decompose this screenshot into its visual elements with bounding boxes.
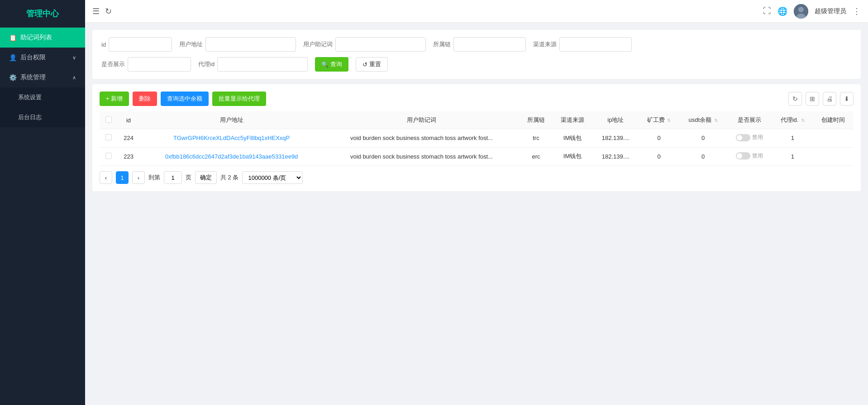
user-address-input[interactable] [205,37,296,52]
filter-row-1: id 用户地址 用户助记词 所属链 渠道来源 [101,37,852,52]
chain-label: 所属链 [433,40,451,48]
sidebar-logo: 管理中心 [0,0,85,28]
row-user-mnemonic: void burden sock business stomach toss a… [323,129,520,148]
add-button[interactable]: + 新增 [100,92,129,106]
col-created-time: 创建时间 [813,111,854,129]
channel-label: 渠道来源 [533,40,557,48]
show-toggle[interactable]: 禁用 [736,152,763,160]
grid-icon[interactable]: ⊞ [806,92,819,106]
show-status: 禁用 [752,134,763,141]
row-checkbox [100,147,117,166]
row-agent-id: 1 [772,129,813,148]
toggle-dot [736,152,750,159]
show-label: 是否展示 [101,60,125,68]
chevron-up-icon: ∧ [72,75,76,81]
refresh-header-icon[interactable]: ↻ [105,6,112,16]
row-ip: 182.139.... [593,147,639,166]
row-agent-id: 1 [772,147,813,166]
sort-icon[interactable]: ⇅ [714,118,718,123]
col-user-mnemonic: 用户助记词 [323,111,520,129]
sidebar-item-backend-permissions[interactable]: 👤 后台权限 ∨ [0,48,85,68]
sidebar-item-label: 助记词列表 [20,34,52,42]
row-user-mnemonic: void burden sock business stomach toss a… [323,147,520,166]
prev-page-button[interactable]: ‹ [100,171,112,184]
col-mining-fee: 矿工费 ⇅ [639,111,679,129]
row-mining-fee: 0 [639,147,679,166]
page-size-select[interactable]: 10 条/页 50 条/页 100 条/页 1000000 条/页 [242,171,303,184]
user-name: 超级管理员 [815,7,846,15]
row-user-address: 0xfbb186c6dcc2647d2af3de1ba9143aae5331ee… [140,147,324,166]
content: id 用户地址 用户助记词 所属链 渠道来源 [85,23,868,405]
permissions-icon: 👤 [9,54,17,61]
next-page-button[interactable]: › [132,171,145,184]
toggle-dot [736,134,750,141]
globe-icon[interactable]: 🌐 [777,6,787,16]
row-channel: IM钱包 [553,129,593,148]
agent-id-input[interactable] [217,57,308,72]
row-chain: trc [520,129,552,148]
chain-input[interactable] [453,37,526,52]
sidebar-item-backend-log[interactable]: 后台日志 [0,107,85,127]
row-show: 禁用 [727,129,772,148]
header-checkbox[interactable] [105,116,112,123]
goto-label: 到第 [148,174,160,182]
delete-button[interactable]: 删除 [133,92,157,106]
table-row: 224 TGwrGPH6KrceXLdDAcc5yF8lbq1xHEXxqP v… [100,129,854,148]
agent-id-label: 代理id [198,60,215,68]
header-left: ☰ ↻ [92,6,112,16]
filter-user-address: 用户地址 [179,37,296,52]
row-usdt: 0 [679,147,727,166]
row-usdt: 0 [679,129,727,148]
col-usdt: usdt余额 ⇅ [679,111,727,129]
col-checkbox [100,111,117,129]
user-address-link[interactable]: TGwrGPH6KrceXLdDAcc5yF8lbq1xHEXxqP [173,135,290,141]
sidebar-item-system-management[interactable]: ⚙️ 系统管理 ∧ [0,68,85,87]
page-label: 页 [186,174,191,182]
fullscreen-icon[interactable]: ⛶ [763,6,771,16]
sidebar-item-label: 后台日志 [18,113,42,121]
sidebar: 管理中心 📋 助记词列表 👤 后台权限 ∨ ⚙️ 系统管理 ∧ 系统设置 后台日… [0,0,85,405]
channel-input[interactable] [559,37,632,52]
query-balance-button[interactable]: 查询选中余额 [161,92,209,106]
show-toggle[interactable]: 禁用 [736,134,763,141]
row-checkbox-input[interactable] [105,134,112,140]
total-count: 共 2 条 [220,174,238,182]
data-table: id 用户地址 用户助记词 所属链 渠道来源 ip地址 矿工费 ⇅ usdt余额… [100,111,854,166]
header-right: ⛶ 🌐 超级管理员 ⋮ [763,4,861,19]
search-button[interactable]: 🔍 查询 [315,57,348,72]
row-show: 禁用 [727,147,772,166]
sidebar-menu: 📋 助记词列表 👤 后台权限 ∨ ⚙️ 系统管理 ∧ 系统设置 后台日志 [0,28,85,405]
filter-show: 是否展示 [101,57,191,72]
more-icon[interactable]: ⋮ [853,6,861,16]
sort-icon[interactable]: ⇅ [801,118,805,123]
sort-icon[interactable]: ⇅ [667,118,671,123]
user-mnemonic-input[interactable] [335,37,426,52]
table-header: id 用户地址 用户助记词 所属链 渠道来源 ip地址 矿工费 ⇅ usdt余额… [100,111,854,129]
batch-display-button[interactable]: 批量显示给代理 [212,92,266,106]
download-icon[interactable]: ⬇ [840,92,854,106]
user-address-link[interactable]: 0xfbb186c6dcc2647d2af3de1ba9143aae5331ee… [165,153,298,160]
current-page-button[interactable]: 1 [116,171,129,184]
avatar [794,4,808,19]
confirm-goto-button[interactable]: 确定 [195,171,217,184]
sidebar-item-label: 后台权限 [20,53,46,62]
row-checkbox-input[interactable] [105,153,112,159]
sidebar-submenu-system: 系统设置 后台日志 [0,87,85,127]
filter-row-2: 是否展示 代理id 🔍 查询 ↺ 重置 [101,57,852,72]
row-mining-fee: 0 [639,129,679,148]
goto-input[interactable] [164,171,182,184]
row-user-address: TGwrGPH6KrceXLdDAcc5yF8lbq1xHEXxqP [140,129,324,148]
print-icon[interactable]: 🖨 [823,92,836,106]
col-chain: 所属链 [520,111,552,129]
sidebar-item-mnemonic-list[interactable]: 📋 助记词列表 [0,28,85,48]
user-mnemonic-label: 用户助记词 [303,40,333,48]
id-input[interactable] [109,37,172,52]
mnemonic-icon: 📋 [9,34,17,41]
system-icon: ⚙️ [9,74,17,81]
show-input[interactable] [128,57,191,72]
menu-icon[interactable]: ☰ [92,6,100,16]
id-label: id [101,41,106,48]
reset-button[interactable]: ↺ 重置 [356,57,388,72]
sidebar-item-system-settings[interactable]: 系统设置 [0,87,85,107]
refresh-table-icon[interactable]: ↻ [788,92,802,106]
